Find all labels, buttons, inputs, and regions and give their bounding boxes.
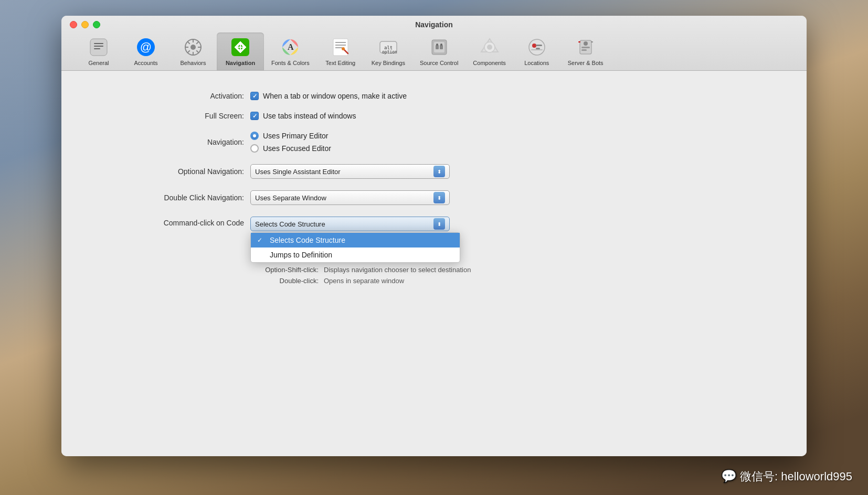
radio-primary-editor-label: Uses Primary Editor bbox=[263, 132, 328, 140]
key-bindings-icon: alt option bbox=[378, 37, 399, 58]
activation-controls: ✓ When a tab or window opens, make it ac… bbox=[250, 92, 407, 100]
toolbar-label-general: General bbox=[88, 60, 109, 66]
watermark-text: 微信号: helloworld995 bbox=[740, 470, 852, 483]
checkmark-icon-2: ✓ bbox=[252, 113, 257, 119]
svg-rect-3 bbox=[94, 48, 100, 49]
double-click-row: Double Click Navigation: Uses Separate W… bbox=[93, 190, 775, 205]
double-click-select-text: Uses Separate Window bbox=[255, 194, 433, 202]
components-icon bbox=[479, 37, 500, 58]
svg-rect-1 bbox=[94, 43, 103, 44]
toolbar-item-fonts-colors[interactable]: A Fonts & Colors bbox=[264, 33, 317, 70]
double-click-arrow-icon: ⬍ bbox=[433, 192, 445, 203]
fullscreen-label: Full Screen: bbox=[93, 112, 250, 120]
activation-row: Activation: ✓ When a tab or window opens… bbox=[93, 92, 775, 100]
svg-rect-23 bbox=[436, 45, 439, 49]
checkmark-icon: ✓ bbox=[252, 93, 257, 99]
toolbar-item-behaviors[interactable]: Behaviors bbox=[170, 33, 217, 70]
toolbar-label-text-editing: Text Editing bbox=[325, 60, 355, 66]
svg-point-30 bbox=[529, 39, 545, 55]
radio-primary-editor[interactable] bbox=[250, 132, 259, 140]
command-click-select-text: Selects Code Structure bbox=[255, 220, 433, 228]
command-click-label: Command-click on Code bbox=[93, 217, 250, 227]
toolbar-label-fonts-colors: Fonts & Colors bbox=[271, 60, 310, 66]
svg-rect-33 bbox=[536, 48, 540, 49]
activation-checkbox[interactable]: ✓ bbox=[250, 92, 259, 100]
info-option-shift-value: Displays navigation chooser to select de… bbox=[324, 266, 471, 274]
optional-nav-label: Optional Navigation: bbox=[93, 167, 250, 176]
toolbar-item-accounts[interactable]: @ Accounts bbox=[122, 33, 170, 70]
svg-point-26 bbox=[440, 44, 442, 46]
dropdown-item-jumps-to-definition[interactable]: ✓ Jumps to Definition bbox=[251, 248, 460, 262]
toolbar-label-key-bindings: Key Bindings bbox=[372, 60, 405, 66]
toolbar-item-general[interactable]: General bbox=[75, 33, 122, 70]
toolbar-label-source-control: Source Control bbox=[420, 60, 458, 66]
info-double-click-key: Double-click: bbox=[219, 277, 324, 285]
optional-navigation-row: Optional Navigation: Uses Single Assista… bbox=[93, 164, 775, 179]
activation-label: Activation: bbox=[93, 92, 250, 100]
fullscreen-checkbox[interactable]: ✓ bbox=[250, 112, 259, 120]
navigation-label: Navigation: bbox=[93, 138, 250, 146]
toolbar-label-components: Components bbox=[473, 60, 505, 66]
svg-text:option: option bbox=[382, 50, 397, 55]
radio-focused-editor[interactable] bbox=[250, 144, 259, 153]
info-option-shift-row: Option-Shift-click: Displays navigation … bbox=[219, 266, 775, 274]
server-bots-icon bbox=[575, 37, 596, 58]
minimize-button[interactable] bbox=[81, 21, 89, 28]
fullscreen-row: Full Screen: ✓ Use tabs instead of windo… bbox=[93, 112, 775, 120]
watermark-wechat-icon: 💬 bbox=[721, 469, 737, 483]
info-double-click-row: Double-click: Opens in separate window bbox=[219, 277, 775, 285]
dropdown-item-selects-code[interactable]: ✓ Selects Code Structure bbox=[251, 233, 460, 248]
activation-checkbox-row: ✓ When a tab or window opens, make it ac… bbox=[250, 92, 407, 100]
command-click-dropdown: ✓ Selects Code Structure ✓ Jumps to Defi… bbox=[250, 232, 460, 263]
optional-nav-select[interactable]: Uses Single Assistant Editor ⬍ bbox=[250, 164, 450, 179]
toolbar-item-text-editing[interactable]: Text Editing bbox=[317, 33, 364, 70]
svg-point-7 bbox=[190, 45, 196, 50]
fullscreen-button[interactable] bbox=[93, 21, 100, 28]
double-click-label: Double Click Navigation: bbox=[93, 193, 250, 202]
fullscreen-checkbox-row: ✓ Use tabs instead of windows bbox=[250, 112, 356, 120]
close-button[interactable] bbox=[70, 21, 77, 28]
toolbar-item-source-control[interactable]: Source Control bbox=[412, 33, 465, 70]
toolbar-label-navigation: Navigation bbox=[226, 60, 255, 66]
toolbar: General @ Accounts bbox=[70, 33, 798, 70]
svg-rect-2 bbox=[94, 46, 103, 47]
general-icon bbox=[88, 37, 109, 58]
toolbar-item-locations[interactable]: Locations bbox=[513, 33, 560, 70]
toolbar-item-key-bindings[interactable]: alt option Key Bindings bbox=[364, 33, 412, 70]
navigation-row: Navigation: Uses Primary Editor Uses Foc… bbox=[93, 132, 775, 153]
svg-rect-32 bbox=[536, 45, 542, 46]
svg-rect-39 bbox=[578, 41, 580, 42]
toolbar-label-accounts: Accounts bbox=[134, 60, 157, 66]
toolbar-label-locations: Locations bbox=[524, 60, 549, 66]
svg-rect-38 bbox=[581, 49, 587, 51]
radio-row-1: Uses Primary Editor bbox=[250, 132, 331, 140]
double-click-select[interactable]: Uses Separate Window ⬍ bbox=[250, 190, 450, 205]
toolbar-item-server-bots[interactable]: Server & Bots bbox=[560, 33, 611, 70]
svg-text:A: A bbox=[288, 42, 294, 51]
radio-row-2: Uses Focused Editor bbox=[250, 144, 331, 153]
double-click-select-wrapper: Uses Separate Window ⬍ bbox=[250, 190, 450, 205]
svg-point-29 bbox=[487, 45, 492, 50]
locations-icon bbox=[526, 37, 547, 58]
svg-point-17 bbox=[342, 47, 345, 50]
svg-point-31 bbox=[532, 44, 536, 48]
navigation-radios: Uses Primary Editor Uses Focused Editor bbox=[250, 132, 331, 153]
title-bar: Navigation General bbox=[61, 16, 807, 71]
toolbar-label-behaviors: Behaviors bbox=[181, 60, 206, 66]
content-area: Activation: ✓ When a tab or window opens… bbox=[61, 71, 807, 456]
info-double-click-value: Opens in separate window bbox=[324, 277, 404, 285]
toolbar-item-components[interactable]: Components bbox=[465, 33, 513, 70]
info-option-shift-key: Option-Shift-click: bbox=[219, 266, 324, 274]
activation-text: When a tab or window opens, make it acti… bbox=[263, 92, 407, 100]
check-icon: ✓ bbox=[257, 236, 266, 244]
svg-text:@: @ bbox=[140, 40, 152, 53]
text-editing-icon bbox=[330, 37, 351, 58]
toolbar-item-navigation[interactable]: Navigation bbox=[217, 33, 264, 70]
command-click-arrow-icon: ⬍ bbox=[433, 218, 445, 230]
svg-rect-34 bbox=[531, 49, 543, 50]
command-click-select[interactable]: Selects Code Structure ⬍ bbox=[250, 217, 450, 231]
preferences-window: Navigation General bbox=[61, 16, 807, 456]
behaviors-icon bbox=[183, 37, 204, 58]
toolbar-label-server-bots: Server & Bots bbox=[568, 60, 604, 66]
window-title: Navigation bbox=[415, 20, 453, 29]
